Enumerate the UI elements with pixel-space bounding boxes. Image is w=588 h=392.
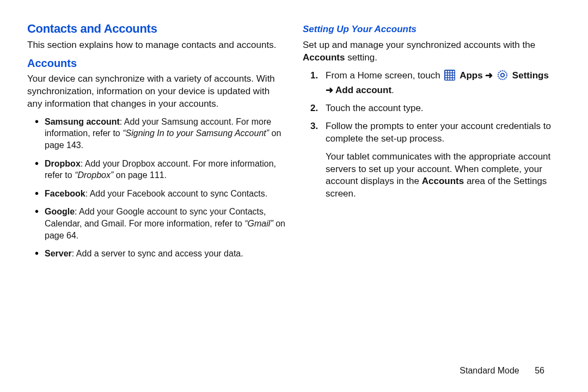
heading-accounts: Accounts <box>27 57 285 70</box>
step-pre: From a Home screen, touch <box>326 70 443 81</box>
svg-rect-3 <box>453 71 455 72</box>
label: Samsung account <box>45 117 120 126</box>
svg-rect-0 <box>445 71 447 72</box>
setup-steps: 1. From a Home screen, touch Apps ➜ <box>303 70 561 145</box>
intro-bold: Accounts <box>303 52 345 63</box>
svg-rect-1 <box>448 71 450 72</box>
bullet-facebook: Facebook: Add your Facebook account to s… <box>37 188 285 200</box>
tail-bold: Accounts <box>422 176 464 186</box>
reference: “Gmail” <box>244 219 273 228</box>
add-account-label: Add account <box>335 85 391 95</box>
step-3: 3. Follow the prompts to enter your acco… <box>313 120 561 145</box>
svg-rect-13 <box>448 78 450 79</box>
svg-rect-4 <box>445 73 447 75</box>
label: Dropbox <box>45 159 81 168</box>
intro-pre: Set up and manage your synchronized acco… <box>303 40 535 50</box>
bullet-samsung: Samsung account: Add your Samsung accoun… <box>37 116 285 151</box>
svg-rect-9 <box>448 76 450 77</box>
reference: “Dropbox” <box>75 170 113 180</box>
apps-grid-icon <box>444 70 455 84</box>
heading-setting-up-accounts: Setting Up Your Accounts <box>303 24 561 35</box>
text: : Add your Facebook account to sync Cont… <box>85 189 267 198</box>
bullet-dropbox: Dropbox: Add your Dropbox account. For m… <box>37 158 285 181</box>
svg-rect-12 <box>445 78 447 79</box>
svg-rect-15 <box>453 78 455 79</box>
reference: “Signing In to your Samsung Account” <box>122 128 269 138</box>
bullet-google: Google: Add your Google account to sync … <box>37 206 285 241</box>
accounts-bullet-list: Samsung account: Add your Samsung accoun… <box>27 116 285 260</box>
period: . <box>391 85 394 95</box>
right-column: Setting Up Your Accounts Set up and mana… <box>303 22 561 360</box>
page-footer: Standard Mode 56 <box>27 360 561 376</box>
svg-rect-14 <box>450 78 452 79</box>
step-text: Follow the prompts to enter your account… <box>326 121 551 144</box>
svg-point-16 <box>498 71 507 79</box>
step-number: 1. <box>310 70 318 82</box>
svg-rect-10 <box>450 76 452 77</box>
svg-rect-6 <box>450 73 452 75</box>
tail: on page 111. <box>113 170 167 180</box>
footer-page-number: 56 <box>535 366 544 376</box>
step-number: 2. <box>310 102 318 115</box>
label: Facebook <box>45 189 85 198</box>
svg-rect-2 <box>450 71 452 72</box>
intro-text: This section explains how to manage cont… <box>27 39 285 52</box>
left-column: Contacts and Accounts This section expla… <box>27 22 285 360</box>
apps-label: Apps <box>460 70 483 81</box>
setup-tail-paragraph: Your tablet communicates with the approp… <box>326 151 561 201</box>
arrow-icon: ➜ <box>326 85 335 95</box>
step-1: 1. From a Home screen, touch Apps ➜ <box>313 70 561 97</box>
label: Google <box>45 207 75 216</box>
svg-rect-11 <box>453 76 455 77</box>
svg-rect-5 <box>448 73 450 75</box>
svg-point-17 <box>501 74 504 77</box>
bullet-server: Server: Add a server to sync and access … <box>37 248 285 260</box>
text: : Add a server to sync and access your d… <box>72 249 243 258</box>
intro-post: setting. <box>345 52 377 63</box>
step-text: Touch the account type. <box>326 103 424 113</box>
heading-contacts-and-accounts: Contacts and Accounts <box>27 22 285 36</box>
settings-label: Settings <box>512 70 549 81</box>
footer-mode: Standard Mode <box>460 366 519 375</box>
setup-intro: Set up and manage your synchronized acco… <box>303 39 561 64</box>
accounts-description: Your device can synchronize with a varie… <box>27 73 285 111</box>
step-2: 2. Touch the account type. <box>313 102 561 115</box>
arrow-icon: ➜ <box>485 70 495 81</box>
step-number: 3. <box>310 120 318 133</box>
text: : Add your Google account to sync your C… <box>45 207 266 228</box>
svg-rect-7 <box>453 73 455 75</box>
settings-gear-icon <box>497 70 508 84</box>
label: Server <box>45 249 72 258</box>
svg-rect-8 <box>445 76 447 77</box>
